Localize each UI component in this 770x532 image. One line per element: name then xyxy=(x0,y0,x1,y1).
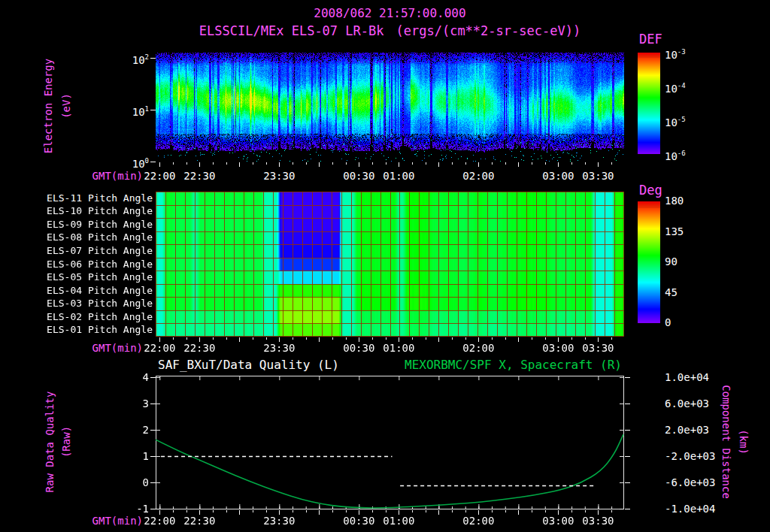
deg-colorbar-title: Deg xyxy=(639,183,662,198)
energy-tick-label-exp: 1 xyxy=(145,105,149,113)
def-colorbar-title: DEF xyxy=(639,32,662,47)
distance-tick-label: 2.0e+03 xyxy=(665,424,709,436)
pitch-row-label: ELS-04 Pitch Angle xyxy=(41,285,153,297)
lineplot-right-ylabel-line1: Component Distance xyxy=(720,367,732,517)
distance-tick-mark xyxy=(625,404,630,404)
quality-tick-label: 3 xyxy=(113,397,149,410)
gmt-tick-label: 00:30 xyxy=(336,515,381,527)
pitch-row-label: ELS-01 Pitch Angle xyxy=(41,324,153,336)
def-cb-tick-label: 10-5 xyxy=(665,113,686,128)
distance-tick-mark xyxy=(625,456,630,457)
gmt-tick-label: 01:00 xyxy=(376,170,421,182)
gmt-tick-label: 22:00 xyxy=(137,342,182,354)
pitch-row-label: ELS-02 Pitch Angle xyxy=(41,311,153,323)
gmt-tick-label: 22:30 xyxy=(177,515,222,527)
deg-cb-tick-label: 180 xyxy=(665,195,684,207)
quality-tick-mark xyxy=(150,430,156,431)
quality-tick-label: 2 xyxy=(113,424,149,436)
lineplot-left-ylabel-line2: (Raw) xyxy=(60,367,72,517)
gmt-tick-label: 01:00 xyxy=(376,342,421,354)
quality-tick-mark xyxy=(150,377,156,378)
energy-tick-label: 100 xyxy=(110,155,149,170)
def-cb-tick-label-exp: -3 xyxy=(678,48,686,56)
pitch-row-label: ELS-09 Pitch Angle xyxy=(41,219,153,231)
quality-tick-mark xyxy=(150,456,156,457)
els-plot-screen: 2008/062 21:57:00.000 ELSSCIL/MEx ELS-07… xyxy=(0,0,770,532)
spectrogram-ylabel-line2: (eV) xyxy=(60,31,72,181)
spectrogram-time-ticks xyxy=(156,162,624,168)
lineplot-canvas xyxy=(156,376,624,509)
gmt-tick-label: 02:00 xyxy=(456,342,501,354)
quality-tick-label: 1 xyxy=(113,450,149,462)
pitch-row-label: ELS-03 Pitch Angle xyxy=(41,298,153,310)
gmt-tick-label: 22:00 xyxy=(137,170,182,182)
gmt-tick-label: 23:30 xyxy=(256,515,302,527)
gmt-tick-label: 02:00 xyxy=(456,515,501,527)
electron-spectrogram-canvas xyxy=(156,53,624,162)
energy-tick-label-exp: 0 xyxy=(145,157,149,165)
deg-cb-tick-label: 45 xyxy=(665,286,678,298)
energy-tick-mark xyxy=(150,110,156,110)
units-label: (ergs/(cm**2-sr-sec-eV)) xyxy=(396,24,581,38)
gmt-tick-label: 03:00 xyxy=(535,170,581,182)
page-title: 2008/062 21:57:00.000 xyxy=(156,7,624,20)
pitch-row-label: ELS-05 Pitch Angle xyxy=(41,271,153,283)
distance-tick-mark xyxy=(625,430,630,431)
deg-cb-tick-label: 90 xyxy=(665,255,678,268)
def-cb-tick-label-exp: -6 xyxy=(678,150,686,157)
gmt-axis-label-3: GMT(min) xyxy=(74,515,143,527)
def-cb-tick-label: 10-6 xyxy=(665,147,686,162)
quality-tick-mark xyxy=(150,404,156,404)
gmt-tick-label: 01:00 xyxy=(376,515,421,527)
gmt-tick-label: 22:30 xyxy=(177,342,222,354)
gmt-tick-label: 03:00 xyxy=(535,515,581,527)
quality-tick-mark xyxy=(150,482,156,483)
pitch-row-label: ELS-08 Pitch Angle xyxy=(41,231,153,243)
pitch-row-label: ELS-06 Pitch Angle xyxy=(41,258,153,271)
def-cb-tick-label: 10-4 xyxy=(665,80,686,95)
distance-tick-mark xyxy=(625,482,630,483)
pitch-row-label: ELS-07 Pitch Angle xyxy=(41,245,153,257)
quality-tick-label: 0 xyxy=(113,476,149,488)
gmt-tick-label: 22:30 xyxy=(177,170,222,182)
deg-colorbar xyxy=(638,201,660,323)
lineplot-right-ylabel-line2: (km) xyxy=(738,367,750,517)
gmt-tick-label: 23:30 xyxy=(256,170,302,182)
pitch-row-label: ELS-11 Pitch Angle xyxy=(41,192,153,204)
energy-tick-mark xyxy=(150,162,156,162)
distance-tick-mark xyxy=(625,509,630,509)
quality-tick-label: -1 xyxy=(113,503,149,515)
def-colorbar xyxy=(638,53,660,154)
gmt-axis-label-1: GMT(min) xyxy=(74,170,143,182)
pitch-row-label: ELS-10 Pitch Angle xyxy=(41,205,153,217)
distance-tick-label: -1.0e+04 xyxy=(665,503,715,515)
distance-tick-label: -6.0e+03 xyxy=(665,476,715,488)
energy-tick-label: 102 xyxy=(110,51,149,66)
gmt-tick-label: 03:30 xyxy=(575,170,620,182)
pitch-angle-canvas xyxy=(156,192,624,337)
energy-tick-label-exp: 2 xyxy=(145,53,149,61)
lineplot-title-right: MEXORBMC/SPF X, Spacecraft (R) xyxy=(306,358,622,372)
gmt-axis-label-2: GMT(min) xyxy=(74,342,143,354)
gmt-tick-label: 00:30 xyxy=(336,170,381,182)
gmt-tick-label: 03:30 xyxy=(575,515,620,527)
lineplot-left-ylabel-line1: Raw Data Quality xyxy=(44,367,56,517)
distance-tick-label: 6.0e+03 xyxy=(665,397,709,410)
subtitle: ELSSCIL/MEx ELS-07 LR-Bk (ergs/(cm**2-sr… xyxy=(156,24,624,38)
def-cb-tick-label-exp: -4 xyxy=(678,82,686,89)
gmt-tick-label: 03:00 xyxy=(535,342,581,354)
def-cb-tick-label: 10-3 xyxy=(665,46,686,61)
distance-tick-label: -2.0e+03 xyxy=(665,450,715,462)
gmt-tick-label: 03:30 xyxy=(575,342,620,354)
distance-tick-label: 1.0e+04 xyxy=(665,371,709,383)
quality-tick-label: 4 xyxy=(113,371,149,383)
def-cb-tick-label-exp: -5 xyxy=(678,116,686,123)
gmt-tick-label: 02:00 xyxy=(456,170,501,182)
instrument-label: ELSSCIL/MEx ELS-07 LR-Bk xyxy=(199,24,384,38)
energy-tick-label: 101 xyxy=(110,103,149,118)
gmt-tick-label: 23:30 xyxy=(256,342,302,354)
deg-cb-tick-label: 0 xyxy=(665,316,671,328)
gmt-tick-label: 00:30 xyxy=(336,342,381,354)
gmt-tick-label: 22:00 xyxy=(137,515,182,527)
quality-tick-mark xyxy=(150,509,156,509)
